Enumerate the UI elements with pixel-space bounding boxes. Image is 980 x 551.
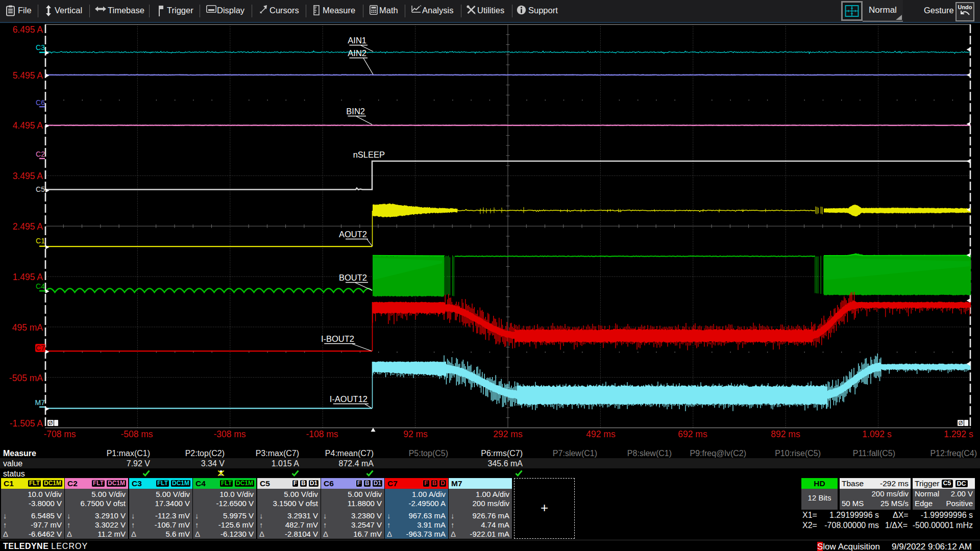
svg-text:6.495 A: 6.495 A xyxy=(13,24,43,35)
svg-text:nSLEEP: nSLEEP xyxy=(353,150,385,159)
svg-text:-1.505 A: -1.505 A xyxy=(10,418,43,429)
svg-text:C1: C1 xyxy=(36,237,45,245)
svg-text:Ø: Ø xyxy=(48,420,53,426)
svg-text:1.495 A: 1.495 A xyxy=(13,272,43,282)
svg-text:5.495 A: 5.495 A xyxy=(13,70,43,81)
svg-text:AIN2: AIN2 xyxy=(348,48,366,58)
svg-text:495 mA: 495 mA xyxy=(12,322,43,333)
svg-text:892 ms: 892 ms xyxy=(771,429,800,439)
svg-text:C5: C5 xyxy=(36,185,45,193)
svg-text:AOUT2: AOUT2 xyxy=(339,230,367,239)
svg-text:C6: C6 xyxy=(36,98,45,107)
svg-text:BOUT2: BOUT2 xyxy=(339,273,367,282)
svg-text:1.292 s: 1.292 s xyxy=(944,429,973,439)
svg-text:C3: C3 xyxy=(36,43,45,52)
svg-text:2.495 A: 2.495 A xyxy=(13,221,43,232)
svg-text:C7: C7 xyxy=(36,344,45,352)
svg-text:-108 ms: -108 ms xyxy=(306,429,338,439)
svg-text:C4: C4 xyxy=(36,282,45,290)
svg-text:-505 mA: -505 mA xyxy=(9,373,43,383)
svg-text:AIN1: AIN1 xyxy=(348,36,366,45)
svg-text:492 ms: 492 ms xyxy=(586,429,616,439)
svg-text:4.495 A: 4.495 A xyxy=(13,120,43,131)
svg-text:I-AOUT12: I-AOUT12 xyxy=(330,394,368,404)
svg-text:I-BOUT2: I-BOUT2 xyxy=(321,334,354,343)
svg-text:3.495 A: 3.495 A xyxy=(13,171,43,181)
svg-text:C2: C2 xyxy=(36,150,45,158)
svg-text:692 ms: 692 ms xyxy=(678,429,707,439)
svg-text:-508 ms: -508 ms xyxy=(120,429,153,439)
svg-text:BIN2: BIN2 xyxy=(346,107,365,116)
svg-text:Ø: Ø xyxy=(959,420,963,426)
svg-text:-708 ms: -708 ms xyxy=(43,429,76,439)
svg-text:-308 ms: -308 ms xyxy=(213,429,246,439)
svg-text:1.092 s: 1.092 s xyxy=(862,429,892,439)
svg-text:292 ms: 292 ms xyxy=(493,429,523,439)
svg-text:92 ms: 92 ms xyxy=(403,429,428,439)
svg-text:M7: M7 xyxy=(35,398,45,407)
